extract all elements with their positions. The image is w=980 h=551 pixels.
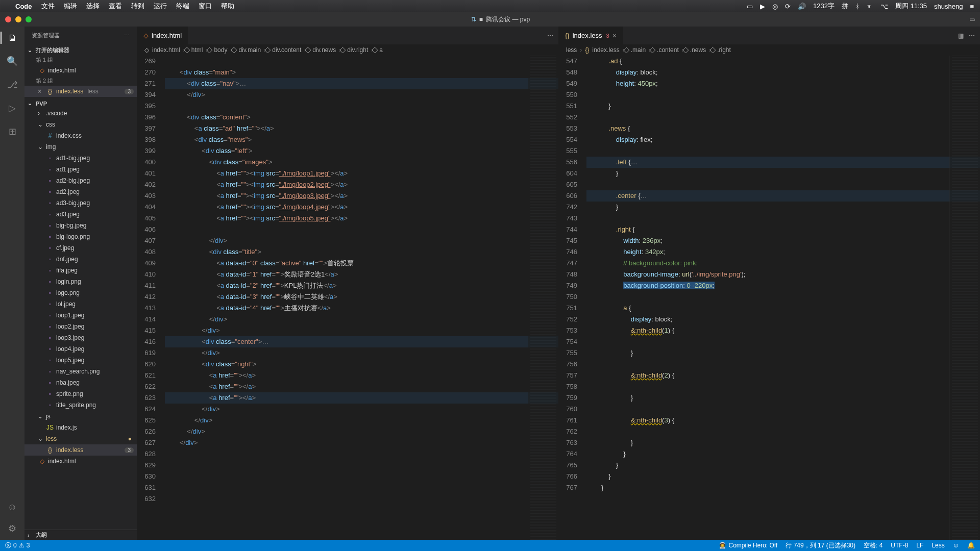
file-item[interactable]: ◇index.html — [24, 456, 137, 467]
status-compile-hero[interactable]: 👨‍🚀 Compile Hero: Off — [719, 542, 777, 549]
feedback-icon[interactable]: ☺ — [953, 542, 959, 549]
file-item[interactable]: ▫logo.png — [24, 287, 137, 298]
window-title: 腾讯会议 — pvp — [486, 15, 530, 24]
folder-css[interactable]: ⌄css — [24, 119, 137, 130]
breadcrumb[interactable]: ◇index.html› ⃟html› ⃟body› ⃟div.main› ⃟d… — [137, 44, 558, 56]
menu-select[interactable]: 选择 — [86, 2, 100, 11]
status-problems[interactable]: ⓧ0⚠3 — [5, 541, 30, 550]
menu-extra-icon[interactable]: ≡ — [970, 3, 974, 10]
close-tab-icon[interactable]: × — [612, 32, 617, 40]
minimap[interactable] — [528, 56, 558, 540]
ime-status[interactable]: 1232字 — [813, 2, 835, 11]
file-item[interactable]: JSindex.js — [24, 422, 137, 433]
file-item[interactable]: ▫ad2-big.jpeg — [24, 175, 137, 186]
editor-pane-2: {}index.less3× ▥⋯ less› {}index.less› ⃟.… — [558, 27, 980, 540]
warning-icon: ⚠ — [19, 542, 24, 549]
explorer-sidebar: 资源管理器 ⋯ ⌄打开的编辑器 第 1 组 ◇index.html 第 2 组 … — [24, 27, 137, 540]
menu-view[interactable]: 查看 — [109, 2, 122, 11]
group-2-label: 第 2 组 — [24, 76, 137, 86]
extensions-icon[interactable]: ⊞ — [6, 126, 18, 138]
menu-window[interactable]: 窗口 — [199, 2, 212, 11]
more-icon[interactable]: ⋯ — [124, 32, 130, 39]
file-item[interactable]: ▫loop2.jpeg — [24, 321, 137, 332]
maximize-window-button[interactable] — [26, 16, 32, 22]
control-center-icon[interactable]: ⌥ — [880, 3, 888, 10]
more-icon[interactable]: ⋯ — [547, 32, 553, 39]
wifi-icon[interactable]: ᯤ — [867, 3, 873, 10]
account-icon[interactable]: ☺ — [6, 501, 18, 513]
file-item[interactable]: ▫ad3.jpeg — [24, 209, 137, 220]
clock[interactable]: 周四 11:35 — [895, 2, 927, 11]
tray-icon[interactable]: ▭ — [747, 3, 753, 10]
status-spaces[interactable]: 空格: 4 — [864, 541, 883, 550]
split-icon[interactable]: ▥ — [958, 32, 964, 39]
file-item[interactable]: ▫loop5.jpeg — [24, 355, 137, 366]
explorer-icon[interactable]: 🗎 — [1, 32, 24, 44]
source-control-icon[interactable]: ⎇ — [6, 79, 18, 91]
open-editor-item[interactable]: ×{} index.less less 3 — [24, 86, 137, 97]
folder-js[interactable]: ⌄js — [24, 411, 137, 422]
breadcrumb[interactable]: less› {}index.less› ⃟.main› ⃟.content› ⃟… — [559, 44, 980, 56]
tray-icon[interactable]: ⟳ — [785, 3, 791, 10]
status-eol[interactable]: LF — [916, 542, 923, 549]
file-item[interactable]: ▫ad2.jpeg — [24, 186, 137, 197]
status-language[interactable]: Less — [932, 542, 944, 549]
app-name[interactable]: Code — [15, 3, 32, 10]
tab-index-less[interactable]: {}index.less3× — [559, 27, 623, 44]
signal-icon: ⇅ — [471, 16, 476, 23]
project-header[interactable]: ⌄PVP — [24, 99, 137, 108]
file-item[interactable]: ▫title_sprite.png — [24, 399, 137, 411]
file-item[interactable]: ▫loop1.jpeg — [24, 310, 137, 321]
folder-less[interactable]: ⌄less● — [24, 433, 137, 444]
search-icon[interactable]: 🔍 — [6, 55, 18, 67]
minimap[interactable] — [949, 56, 980, 540]
file-item[interactable]: ▫ad1.jpeg — [24, 164, 137, 175]
code-editor[interactable]: 2692702713943953963973983994004014024034… — [137, 56, 558, 540]
status-encoding[interactable]: UTF-8 — [891, 542, 908, 549]
file-item[interactable]: #index.css — [24, 130, 137, 141]
menu-terminal[interactable]: 终端 — [176, 2, 189, 11]
layout-icon[interactable]: ▭ — [969, 16, 975, 23]
file-item[interactable]: ▫big-bg.jpeg — [24, 220, 137, 231]
close-window-button[interactable] — [5, 16, 11, 22]
tray-icon[interactable]: ◎ — [772, 3, 778, 10]
tray-icon[interactable]: ▶ — [760, 3, 765, 10]
file-item[interactable]: ▫sprite.png — [24, 388, 137, 399]
file-item[interactable]: ▫loop4.jpeg — [24, 343, 137, 355]
file-item[interactable]: ▫loop3.jpeg — [24, 332, 137, 343]
file-item[interactable]: ▫login.png — [24, 276, 137, 287]
file-item[interactable]: ▫big-logo.png — [24, 231, 137, 242]
language-icon[interactable]: 拼 — [842, 2, 848, 11]
menu-help[interactable]: 帮助 — [221, 2, 234, 11]
file-item[interactable]: ▫nba.jpeg — [24, 377, 137, 388]
file-item[interactable]: ▫dnf.jpeg — [24, 254, 137, 265]
folder-img[interactable]: ⌄img — [24, 141, 137, 153]
bluetooth-icon[interactable]: ᚼ — [855, 3, 860, 10]
file-item[interactable]: ▫fifa.jpeg — [24, 265, 137, 276]
folder-vscode[interactable]: ›.vscode — [24, 108, 137, 119]
code-editor[interactable]: 5475485495505515525535545555566046056067… — [559, 56, 980, 540]
file-item[interactable]: ▫nav_search.png — [24, 366, 137, 377]
menu-file[interactable]: 文件 — [41, 2, 55, 11]
file-item[interactable]: ▫ad3-big.jpeg — [24, 197, 137, 209]
status-cursor-pos[interactable]: 行 749，列 17 (已选择30) — [786, 541, 855, 550]
outline-header[interactable]: ›大纲 — [24, 530, 137, 540]
user-name[interactable]: shusheng — [934, 3, 963, 10]
vscode-window: ⇅ ■ 腾讯会议 — pvp ▭ 🗎 🔍 ⎇ ▷ ⊞ ☺ ⚙ 资源管理器 ⋯ — [0, 12, 980, 551]
debug-icon[interactable]: ▷ — [6, 102, 18, 114]
file-item[interactable]: ▫ad1-big.jpeg — [24, 153, 137, 164]
file-item-active[interactable]: {}index.less3 — [24, 444, 137, 456]
file-item[interactable]: ▫lol.jpeg — [24, 298, 137, 310]
open-editors-header[interactable]: ⌄打开的编辑器 — [24, 45, 137, 55]
open-editor-item[interactable]: ◇index.html — [24, 65, 137, 76]
minimize-window-button[interactable] — [15, 16, 21, 22]
tab-index-html[interactable]: ◇index.html — [137, 27, 188, 44]
volume-icon[interactable]: 🔊 — [798, 3, 806, 10]
menu-edit[interactable]: 编辑 — [64, 2, 77, 11]
file-item[interactable]: ▫cf.jpeg — [24, 242, 137, 254]
menu-goto[interactable]: 转到 — [131, 2, 144, 11]
settings-gear-icon[interactable]: ⚙ — [6, 522, 18, 535]
more-icon[interactable]: ⋯ — [969, 32, 975, 39]
notifications-icon[interactable]: 🔔 — [967, 542, 975, 549]
menu-run[interactable]: 运行 — [154, 2, 167, 11]
